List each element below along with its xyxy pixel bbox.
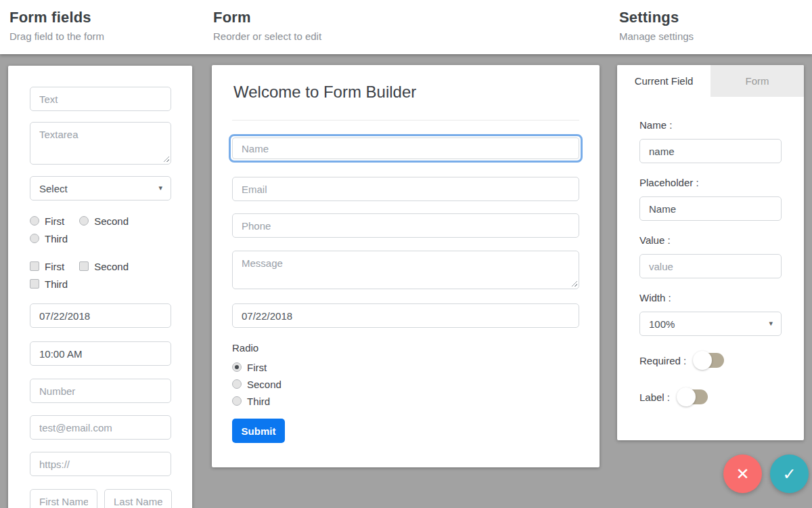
check-icon: ✓ [782,465,796,484]
form-radio-option[interactable]: Third [232,396,270,407]
close-icon: ✕ [736,465,749,484]
radio-option-label: First [45,215,64,227]
palette-radio-option[interactable]: First [30,215,64,227]
fields-palette-panel: Select ▾ First Second Third First [8,66,192,508]
form-canvas-panel: Welcome to Form Builder Radio First Seco… [212,65,600,467]
form-name-field[interactable] [232,137,579,159]
form-phone-field[interactable] [232,213,579,238]
setting-label-label: Label : [639,391,670,403]
palette-select-field[interactable]: Select ▾ [30,176,171,200]
checkbox-option-label: Third [45,278,68,290]
confirm-button[interactable]: ✓ [770,454,809,493]
form-radio-option[interactable]: First [232,362,267,373]
header-settings-column: Settings Manage settings [619,9,694,42]
palette-last-name-field[interactable] [104,489,172,508]
label-toggle[interactable] [678,389,708,404]
palette-textarea-field[interactable] [30,122,171,165]
radio-option-label: Third [45,233,68,245]
radio-option-label: First [247,362,267,373]
setting-label-row: Label : [639,387,782,406]
header-fields-column: Form fields Drag field to the form [9,9,104,42]
toggle-knob [677,387,696,406]
dropdown-caret-icon: ▾ [158,184,162,192]
checkbox-icon[interactable] [79,261,89,271]
app-header: Form fields Drag field to the form Form … [0,0,812,54]
checkbox-icon[interactable] [30,279,39,289]
checkbox-icon[interactable] [30,261,39,271]
checkbox-option-label: First [45,261,64,272]
cancel-button[interactable]: ✕ [723,454,762,493]
checkbox-option-label: Second [94,261,129,272]
settings-panel-subtitle: Manage settings [619,30,694,42]
fields-panel-subtitle: Drag field to the form [9,30,104,42]
palette-number-field[interactable] [30,379,171,403]
fields-panel-title: Form fields [9,9,104,26]
palette-checkbox-group: First Second Third [30,259,171,291]
radio-option-label: Third [247,396,270,407]
form-title: Welcome to Form Builder [233,81,579,103]
palette-date-field[interactable] [30,303,171,328]
header-form-column: Form Reorder or select to edit [213,9,321,42]
palette-checkbox-option[interactable]: Second [79,261,129,272]
setting-value-label: Value : [639,234,782,246]
setting-width-select[interactable]: 100% ▾ [639,312,782,336]
palette-url-field[interactable] [30,452,171,476]
palette-checkbox-option[interactable]: Third [30,278,68,290]
submit-button[interactable]: Submit [232,419,285,443]
setting-name-label: Name : [639,119,782,131]
required-toggle[interactable] [694,353,724,368]
form-radio-option[interactable]: Second [232,379,281,390]
radio-icon[interactable] [232,362,242,372]
dropdown-caret-icon: ▾ [769,319,773,328]
setting-width-value: 100% [649,318,675,330]
setting-required-label: Required : [639,355,686,366]
form-panel-subtitle: Reorder or select to edit [213,30,321,42]
form-divider [232,120,579,121]
form-radio-group-label: Radio [232,342,579,354]
palette-time-field[interactable] [30,341,171,366]
form-panel-title: Form [213,9,321,26]
radio-icon[interactable] [232,379,242,389]
setting-width-label: Width : [639,292,782,303]
setting-required-row: Required : [639,351,782,370]
selected-field-frame[interactable] [229,134,583,163]
setting-name-input[interactable] [639,139,782,163]
palette-text-field[interactable] [30,87,171,111]
palette-radio-group: First Second Third [30,214,171,245]
form-radio-group: First Second Third [232,360,579,408]
toggle-knob [693,351,712,370]
palette-first-name-field[interactable] [30,489,97,508]
setting-placeholder-label: Placeholder : [639,177,782,188]
palette-checkbox-option[interactable]: First [30,261,64,272]
palette-email-field[interactable] [30,415,171,440]
radio-icon[interactable] [79,216,89,226]
setting-value-input[interactable] [639,254,782,278]
setting-placeholder-input[interactable] [639,196,782,221]
radio-option-label: Second [247,379,281,390]
palette-select-label: Select [39,183,68,194]
radio-icon[interactable] [232,396,242,406]
form-email-field[interactable] [232,177,579,201]
tab-form[interactable]: Form [710,65,804,97]
form-message-field[interactable] [232,251,579,289]
settings-body: Name : Placeholder : Value : Width : 100… [617,97,804,406]
palette-radio-option[interactable]: Second [79,215,129,227]
settings-panel: Current Field Form Name : Placeholder : … [617,65,804,440]
radio-option-label: Second [94,215,129,227]
radio-icon[interactable] [30,216,39,226]
tab-current-field[interactable]: Current Field [617,65,710,97]
radio-icon[interactable] [30,234,39,243]
palette-name-row [30,489,171,508]
settings-tabs: Current Field Form [617,65,804,97]
settings-panel-title: Settings [619,9,694,26]
form-date-field[interactable] [232,303,579,328]
palette-radio-option[interactable]: Third [30,233,68,245]
